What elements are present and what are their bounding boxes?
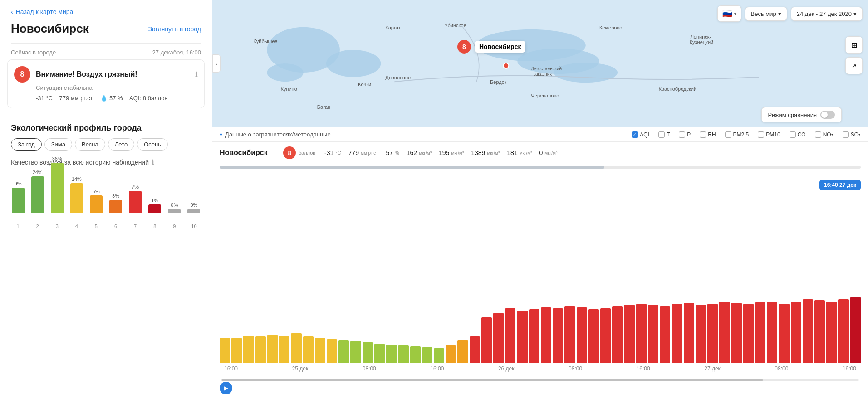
toggle-knob bbox=[821, 112, 828, 118]
chart-bar-47 bbox=[779, 304, 789, 363]
x-label-4: 26 дек bbox=[498, 365, 515, 372]
bar-col-7: 7% bbox=[128, 184, 142, 213]
world-chevron-icon: ▾ bbox=[778, 10, 781, 17]
tab-spring[interactable]: Весна bbox=[75, 138, 105, 151]
tab-winter[interactable]: Зима bbox=[44, 138, 72, 151]
chart-bar-36 bbox=[648, 305, 658, 363]
bar-rect-8 bbox=[148, 204, 161, 213]
x-label-5: 08:00 bbox=[569, 365, 582, 372]
date-selector[interactable]: 24 дек - 27 дек 2020 ▾ bbox=[791, 7, 863, 21]
chart-bar-12 bbox=[363, 342, 373, 363]
dr-aqi-badge: 8 bbox=[283, 146, 296, 159]
chart-bar-22 bbox=[481, 317, 492, 363]
data-header-row: ▾ Данные о загрязнителях/метеоданные ✓ A… bbox=[212, 127, 868, 142]
comparison-switch[interactable] bbox=[820, 111, 835, 119]
alert-pressure: 779 мм рт.ст. bbox=[59, 95, 93, 102]
svg-text:Куйбышев: Куйбышев bbox=[253, 39, 277, 44]
checkbox-pm25[interactable]: PM2.5 bbox=[725, 131, 749, 138]
marker-aqi-badge: 8 bbox=[457, 40, 471, 54]
tab-summer[interactable]: Лето bbox=[108, 138, 134, 151]
checkbox-pm25-label: PM2.5 bbox=[733, 131, 749, 138]
dr-so2-unit: мкг/м³ bbox=[544, 151, 557, 156]
alert-subtitle: Ситуация стабильна bbox=[14, 84, 198, 91]
chart-bar-14 bbox=[386, 345, 397, 363]
tab-autumn[interactable]: Осень bbox=[137, 138, 168, 151]
x-label-2: 08:00 bbox=[363, 365, 376, 372]
history-info-icon[interactable]: ℹ bbox=[152, 158, 154, 166]
bar-chart-container: 9%24%36%14%5%3%7%1%0%0% 12345678910 bbox=[11, 174, 201, 233]
tab-year[interactable]: За год bbox=[11, 138, 42, 151]
chart-bar-51 bbox=[826, 302, 837, 363]
checkbox-pm10[interactable]: PM10 bbox=[758, 131, 780, 138]
alert-temp: -31 °С bbox=[36, 95, 53, 102]
table-scrollbar[interactable] bbox=[212, 164, 868, 171]
chart-bar-41 bbox=[707, 304, 718, 363]
bar-pct-10: 0% bbox=[190, 202, 197, 208]
bar-pct-7: 7% bbox=[132, 184, 139, 190]
city-look-link[interactable]: Заглянуть в город bbox=[148, 25, 201, 33]
checkbox-rh[interactable]: RH bbox=[700, 131, 716, 138]
chart-bar-32 bbox=[600, 308, 611, 363]
chart-bar-18 bbox=[434, 348, 444, 363]
svg-point-6 bbox=[554, 63, 618, 83]
svg-point-3 bbox=[267, 63, 303, 82]
chart-bar-10 bbox=[338, 340, 349, 363]
chart-bar-4 bbox=[267, 335, 278, 363]
external-link-button[interactable]: ↗ bbox=[845, 57, 863, 74]
chart-bar-39 bbox=[684, 303, 694, 363]
svg-text:Кочки: Кочки bbox=[358, 82, 371, 87]
info-icon[interactable]: ℹ bbox=[195, 70, 198, 78]
chart-bar-37 bbox=[660, 306, 670, 363]
svg-text:Убинское: Убинское bbox=[445, 23, 466, 28]
chart-bar-44 bbox=[743, 304, 754, 363]
back-chevron-icon: ‹ bbox=[11, 8, 13, 15]
bar-pct-3: 36% bbox=[52, 156, 62, 161]
checkbox-so2[interactable]: SO₂ bbox=[843, 131, 861, 138]
chart-scrollbar-track[interactable] bbox=[221, 379, 859, 381]
bar-rect-5 bbox=[90, 195, 103, 213]
layers-button[interactable]: ⊞ bbox=[845, 36, 863, 54]
tabs-row: За год Зима Весна Лето Осень bbox=[0, 138, 212, 158]
dr-no2-unit: мкг/м³ bbox=[520, 151, 532, 156]
checkbox-t[interactable]: T bbox=[658, 131, 670, 138]
dr-so2: 0 bbox=[539, 149, 543, 156]
bar-col-1: 9% bbox=[11, 181, 25, 213]
layers-icon: ⊞ bbox=[851, 41, 857, 49]
dr-no2: 181 bbox=[507, 149, 517, 156]
history-title: Качество воздуха за всю историю наблюден… bbox=[11, 159, 149, 166]
svg-text:Ленинск-: Ленинск- bbox=[691, 34, 711, 39]
collapse-button[interactable]: ▾ bbox=[220, 131, 222, 138]
history-title-row: Качество воздуха за всю историю наблюден… bbox=[11, 158, 201, 166]
svg-point-26 bbox=[503, 63, 509, 68]
back-link[interactable]: ‹ Назад к карте мира bbox=[0, 0, 212, 20]
checkbox-no2[interactable]: NO₂ bbox=[815, 131, 834, 138]
checkbox-p[interactable]: P bbox=[679, 131, 691, 138]
checkbox-co[interactable]: CO bbox=[790, 131, 806, 138]
flag-selector[interactable]: 🇷🇺 ▾ bbox=[717, 5, 741, 22]
dr-rh: 57 bbox=[386, 149, 393, 156]
dr-pm10-unit: мкг/м³ bbox=[451, 151, 464, 156]
bar-rect-7 bbox=[129, 191, 142, 213]
x-label-8: 08:00 bbox=[775, 365, 788, 372]
checkbox-aqi[interactable]: ✓ AQI bbox=[632, 131, 649, 138]
dr-city-name: Новосибирск bbox=[220, 149, 283, 157]
flag-chevron-icon: ▾ bbox=[734, 11, 736, 16]
comparison-toggle: Режим сравнения bbox=[761, 107, 842, 122]
chart-bar-45 bbox=[755, 302, 765, 363]
chart-play-button[interactable]: ▶ bbox=[220, 382, 232, 394]
svg-text:Легостаевский: Легостаевский bbox=[531, 66, 562, 71]
svg-text:Краснобродский: Краснобродский bbox=[658, 86, 696, 92]
alert-metrics: -31 °С 779 мм рт.ст. 💧 57 % AQI: 8 балло… bbox=[14, 95, 198, 102]
chart-bar-17 bbox=[422, 347, 432, 363]
dr-temp-unit: °С bbox=[335, 150, 341, 156]
right-panel: Куйбышев Убинское Чулым Довольное Купино… bbox=[212, 0, 868, 399]
chart-bar-20 bbox=[457, 340, 468, 363]
world-selector[interactable]: Весь мир ▾ bbox=[745, 7, 787, 21]
chart-bar-48 bbox=[791, 302, 801, 363]
bar-num-cell-10: 10 bbox=[187, 224, 201, 229]
chart-bar-19 bbox=[446, 345, 456, 363]
bar-nums-row: 12345678910 bbox=[11, 224, 201, 233]
map-left-toggle[interactable]: ‹ bbox=[212, 54, 221, 73]
checkbox-aqi-box: ✓ bbox=[632, 131, 638, 138]
alert-aqi-text: AQI: 8 баллов bbox=[129, 95, 167, 102]
